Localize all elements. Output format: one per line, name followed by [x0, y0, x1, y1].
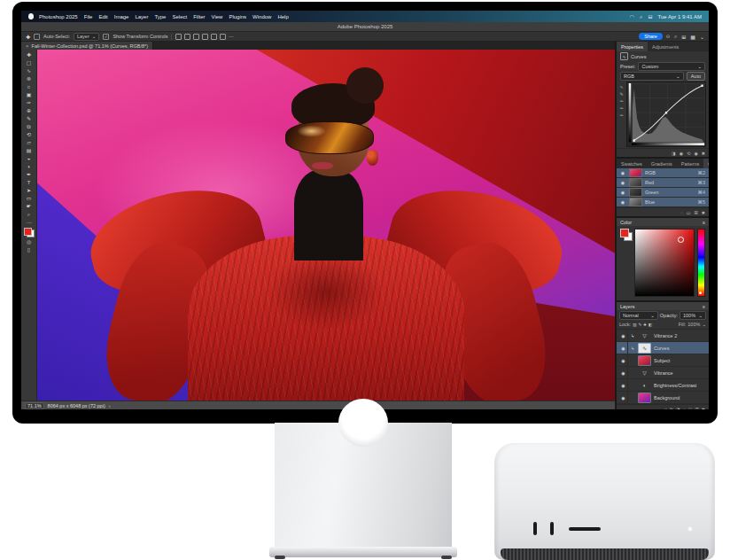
path-selection-tool[interactable]: ➤ [23, 187, 35, 194]
history-brush-tool[interactable]: ⟲ [23, 131, 35, 138]
align-left-icon[interactable] [175, 34, 182, 40]
layer-thumbnail[interactable]: ◐ [638, 380, 651, 391]
align-top-icon[interactable] [202, 34, 208, 40]
clone-stamp-tool[interactable]: ⧉ [23, 123, 35, 130]
new-group-icon[interactable]: ▢ [688, 407, 693, 409]
search-icon[interactable]: ⌕ [674, 34, 677, 40]
channel-dropdown[interactable]: RGB ⌄ [620, 72, 684, 81]
visibility-eye-icon[interactable]: ◉ [619, 180, 626, 185]
tab-gradients[interactable]: Gradients [647, 159, 677, 168]
link-layers-icon[interactable]: ∞ [664, 407, 668, 409]
menu-type[interactable]: Type [154, 14, 166, 19]
foreground-color-swatch[interactable] [24, 228, 32, 236]
layer-effects-icon[interactable]: fx [670, 407, 673, 409]
visibility-eye-icon[interactable]: ◉ [620, 370, 627, 376]
panel-menu-icon[interactable]: ≡ [703, 220, 705, 225]
arrange-icon[interactable]: ▦ [690, 34, 695, 40]
show-transform-checkbox[interactable]: ✓ [103, 34, 109, 40]
clip-adjustment-icon[interactable]: ◨ [672, 151, 676, 156]
align-center-icon[interactable] [184, 34, 190, 40]
document-tab[interactable]: × Fall-Winter-Collection.psd @ 71.1% (Cu… [21, 42, 153, 50]
fill-value[interactable]: 100% [687, 322, 700, 327]
color-picker-dot[interactable] [678, 237, 684, 243]
chevron-down-icon[interactable]: ⌄ [700, 34, 704, 40]
tab-properties[interactable]: Properties [617, 42, 648, 51]
menu-view[interactable]: View [211, 14, 222, 19]
menubar-clock[interactable]: Tue Apr 1 9:41 AM [658, 14, 702, 19]
lock-all-icon[interactable]: ◧ [648, 323, 652, 327]
visibility-eye-cell[interactable]: ◉ [619, 367, 628, 378]
type-tool[interactable]: T [23, 179, 35, 186]
visibility-eye-icon[interactable]: ◉ [620, 395, 627, 401]
control-center-icon[interactable]: ⊟ [648, 14, 652, 19]
move-tool-icon[interactable]: ✚ [26, 34, 30, 40]
zoom-tool[interactable]: ⌕ [23, 211, 35, 218]
menu-help[interactable]: Help [277, 14, 288, 19]
layer-vibrance-2[interactable]: ◉ ↳ ▽ Vibrance 2 [617, 330, 709, 342]
opacity-dropdown[interactable]: 100% ⌄ [680, 311, 706, 320]
tab-patterns[interactable]: Patterns [677, 159, 703, 168]
visibility-eye-icon[interactable]: ◉ [619, 190, 626, 195]
move-tool[interactable]: ✚ [23, 51, 35, 58]
layer-subject[interactable]: ◉ ↳ Subject [617, 354, 709, 367]
channel-rgb[interactable]: ◉ RGB ⌘2 [617, 168, 709, 178]
save-selection-icon[interactable]: ▭ [687, 210, 691, 215]
auto-select-dropdown[interactable]: Layer ⌄ [74, 33, 99, 41]
saturation-square[interactable] [634, 229, 695, 297]
wifi-icon[interactable]: ◠ [630, 14, 634, 19]
search-icon[interactable]: ⌕ [640, 14, 642, 19]
gradient-tool[interactable]: ▤ [23, 147, 35, 154]
align-middle-icon[interactable] [211, 34, 217, 40]
visibility-eye-icon[interactable]: ◉ [620, 358, 627, 363]
share-button[interactable]: Share [639, 33, 663, 40]
quick-mask-icon[interactable]: ◎ [23, 238, 35, 245]
marquee-tool[interactable]: ▢ [23, 59, 35, 66]
new-channel-icon[interactable]: ⊞ [695, 210, 698, 215]
tab-adjustments[interactable]: Adjustments [648, 42, 683, 51]
visibility-eye-cell[interactable]: ◉ [619, 342, 628, 354]
visibility-eye-icon[interactable]: ◉ [620, 333, 627, 338]
apple-menu-icon[interactable] [28, 13, 34, 19]
status-chevron-icon[interactable]: › [109, 403, 111, 408]
layer-thumbnail[interactable]: ∿ [638, 343, 651, 354]
blend-mode-dropdown[interactable]: Normal ⌄ [619, 311, 658, 320]
menu-window[interactable]: Window [252, 14, 271, 19]
layer-thumbnail[interactable]: ▽ [638, 331, 651, 341]
visibility-eye-cell[interactable]: ◉ [619, 392, 628, 403]
hue-picker-dot[interactable] [699, 292, 702, 294]
draw-curve-icon[interactable]: ✎ [619, 91, 623, 97]
layer-thumbnail[interactable] [638, 393, 651, 403]
zoom-level-field[interactable]: 71.1% [25, 402, 44, 409]
canvas[interactable] [37, 50, 615, 401]
menu-image[interactable]: Image [114, 14, 129, 19]
layer-background[interactable]: ◉ ↳ Background [617, 392, 709, 404]
healing-brush-tool[interactable]: ⊕ [23, 107, 35, 114]
more-options-icon[interactable]: ⋯ [229, 34, 234, 39]
reset-adjustment-icon[interactable]: ⟲ [687, 151, 690, 156]
shape-tool[interactable]: ▭ [23, 195, 35, 202]
edit-toolbar-icon[interactable]: ⋯ [23, 219, 35, 226]
layer-thumbnail[interactable] [638, 355, 651, 366]
channel-red[interactable]: ◉ Red ⌘3 [617, 178, 709, 188]
bell-icon[interactable]: ⍾ [666, 34, 670, 40]
layer-brightness-contrast[interactable]: ◉ ↳ ◐ Brightness/Contrast [617, 379, 709, 392]
foreground-color-swatch[interactable] [620, 229, 629, 237]
layer-thumbnail[interactable]: ▽ [638, 368, 651, 378]
channel-blue[interactable]: ◉ Blue ⌘5 [617, 198, 709, 207]
gray-point-eyedropper-icon[interactable]: ✑ [619, 105, 623, 111]
visibility-eye-cell[interactable]: ◉ [619, 379, 628, 391]
edit-points-icon[interactable]: ∿ [619, 84, 623, 89]
hand-tool[interactable]: ☛ [23, 203, 35, 210]
tab-channels[interactable]: Channels [703, 159, 709, 168]
visibility-eye-icon[interactable]: ◉ [619, 199, 626, 205]
dodge-tool[interactable]: ◖ [23, 163, 35, 170]
align-bottom-icon[interactable] [220, 34, 226, 40]
menu-edit[interactable]: Edit [98, 14, 107, 19]
hue-strip[interactable] [697, 229, 705, 297]
previous-state-icon[interactable]: ◉ [680, 151, 683, 156]
tab-swatches[interactable]: Swatches [617, 159, 647, 168]
channel-green[interactable]: ◉ Green ⌘4 [617, 188, 709, 198]
new-adjustment-icon[interactable]: ◑ [683, 407, 686, 409]
new-layer-icon[interactable]: ⊞ [695, 407, 699, 409]
visibility-toggle-icon[interactable]: ◉ [694, 151, 697, 156]
